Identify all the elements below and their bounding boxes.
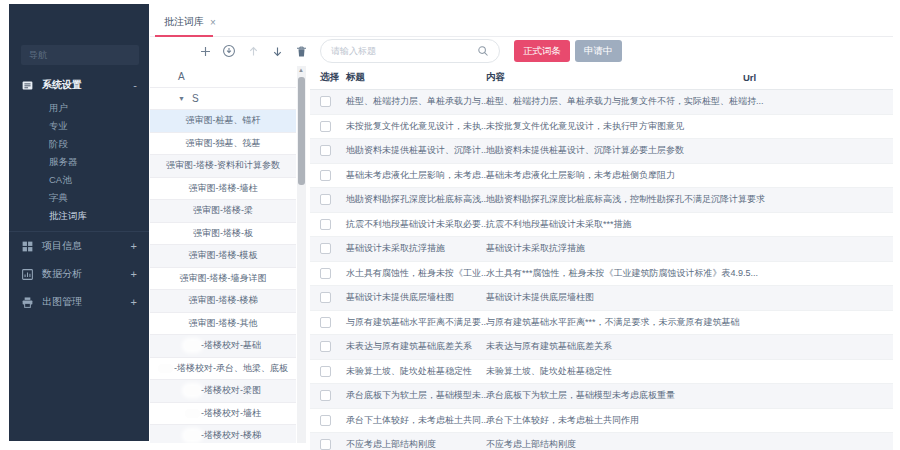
delete-icon[interactable] — [294, 43, 308, 59]
row-checkbox[interactable] — [320, 390, 331, 401]
table-row[interactable]: 承台下土体较好，未考虑桩土共同...承台下土体较好，未考虑桩土共同作用 — [310, 409, 893, 434]
sidebar-item[interactable]: 服务器 — [9, 153, 149, 171]
sidebar-item[interactable]: 批注词库 — [9, 207, 149, 225]
row-checkbox-cell — [310, 415, 346, 426]
row-checkbox[interactable] — [320, 317, 331, 328]
category-item[interactable]: -塔楼校对-承台、地梁、底板 — [150, 358, 296, 381]
table-row[interactable]: 基础设计未采取抗浮措施基础设计未采取抗浮措施 — [310, 237, 893, 262]
sidebar-section-label: 项目信息 — [42, 239, 131, 253]
tab-annotation-lexicon[interactable]: 批注词库 × — [164, 15, 216, 29]
sidebar-item[interactable]: 专业 — [9, 117, 149, 135]
scroll-up-icon[interactable]: ▲ — [298, 67, 304, 73]
category-item[interactable]: 强审图-塔楼-墙柱 — [150, 178, 296, 201]
row-checkbox[interactable] — [320, 415, 331, 426]
sidebar-item[interactable]: 字典 — [9, 189, 149, 207]
category-item[interactable]: -塔楼校对-墙柱 — [150, 403, 296, 426]
sidebar-item[interactable]: 阶段 — [9, 135, 149, 153]
search-icon[interactable] — [477, 45, 489, 57]
category-item-label: -塔楼校对-楼梯 — [201, 430, 261, 441]
sidebar-section-system-settings[interactable]: 系统设置 - — [9, 74, 149, 96]
row-checkbox[interactable] — [320, 268, 331, 279]
table-row[interactable]: 未表达与原有建筑基础底差关系未表达与原有建筑基础底差关系 — [310, 335, 893, 360]
search-input[interactable]: 请输入标题 — [320, 39, 500, 63]
row-checkbox[interactable] — [320, 121, 331, 132]
category-item[interactable]: -塔楼校对-基础 — [150, 335, 296, 358]
table-row[interactable]: 承台底板下为软土层，基础模型未...承台底板下为软土层，基础模型未考虑底板重量 — [310, 384, 893, 409]
collapse-icon[interactable]: - — [133, 79, 137, 91]
sidebar-section-print-manage[interactable]: 出图管理 + — [9, 288, 149, 316]
blurred-text — [185, 431, 200, 440]
sidebar: 导航 系统设置 - 用户专业阶段服务器CA池字典批注词库 项目信息 + 数据分析… — [9, 4, 149, 441]
header-content: 内容 — [486, 71, 743, 84]
row-content: 基础设计未采取抗浮措施 — [486, 242, 743, 255]
system-settings-icon — [21, 79, 34, 92]
table-row[interactable]: 基础设计未提供底层墙柱图基础设计未提供底层墙柱图 — [310, 286, 893, 311]
category-group-S[interactable]: ▼S — [150, 88, 296, 110]
official-terms-button[interactable]: 正式词条 — [514, 40, 570, 62]
scrollbar-thumb[interactable] — [298, 77, 305, 185]
row-checkbox-cell — [310, 243, 346, 254]
sidebar-item[interactable]: CA池 — [9, 171, 149, 189]
row-checkbox[interactable] — [320, 292, 331, 303]
row-checkbox[interactable] — [320, 170, 331, 181]
sidebar-section-data-analysis[interactable]: 数据分析 + — [9, 260, 149, 288]
category-item[interactable]: 强审图-塔楼-楼梯 — [150, 290, 296, 313]
category-item[interactable]: 强审图-独基、筏基 — [150, 133, 296, 156]
import-icon[interactable] — [222, 43, 236, 59]
row-content: 不应考虑上部结构刚度 — [486, 438, 743, 450]
row-checkbox-cell — [310, 341, 346, 352]
row-checkbox[interactable] — [320, 341, 331, 352]
row-checkbox-cell — [310, 317, 346, 328]
row-checkbox[interactable] — [320, 366, 331, 377]
row-title: 承台下土体较好，未考虑桩土共同... — [346, 414, 486, 427]
category-item[interactable]: -塔楼校对-楼梯 — [150, 425, 296, 443]
category-item[interactable]: 强审图-塔楼-板 — [150, 223, 296, 246]
applying-button[interactable]: 申请中 — [575, 40, 622, 62]
table-row[interactable]: 不应考虑上部结构刚度不应考虑上部结构刚度 — [310, 433, 893, 450]
category-item[interactable]: 强审图-塔楼-其他 — [150, 313, 296, 336]
row-checkbox[interactable] — [320, 96, 331, 107]
table-header-row: 选择 标题 内容 Url — [310, 66, 893, 90]
category-item[interactable]: 强审图-塔楼-梁 — [150, 200, 296, 223]
category-item[interactable]: 强审图-塔楼-模板 — [150, 245, 296, 268]
table-row[interactable]: 未验算土坡、陡坎处桩基稳定性未验算土坡、陡坎处桩基稳定性 — [310, 360, 893, 385]
category-item[interactable]: -塔楼校对-梁图 — [150, 380, 296, 403]
table-row[interactable]: 未按批复文件优化意见设计，未执...未按批复文件优化意见设计，未执行甲方审图意见 — [310, 115, 893, 140]
table-row[interactable]: 抗震不利地段基础设计未采取必要...抗震不利地段基础设计未采取***措施 — [310, 213, 893, 238]
move-up-icon[interactable] — [246, 43, 260, 59]
blurred-text — [185, 386, 200, 395]
category-item[interactable]: 强审图-塔楼-资料和计算参数 — [150, 155, 296, 178]
expand-icon[interactable]: + — [131, 268, 137, 280]
blurred-text — [185, 341, 200, 350]
table-row[interactable]: 桩型、桩端持力层、单桩承载力与...桩型、桩端持力层、单桩承载力与批复文件不符，… — [310, 90, 893, 115]
table-row[interactable]: 基础未考虑液化土层影响，未考虑...基础未考虑液化土层影响，未考虑桩侧负摩阻力 — [310, 164, 893, 189]
sidebar-section-project-info[interactable]: 项目信息 + — [9, 232, 149, 260]
blurred-text — [158, 364, 173, 373]
category-group-A[interactable]: A — [150, 66, 296, 88]
row-checkbox[interactable] — [320, 439, 331, 450]
row-checkbox-cell — [310, 121, 346, 132]
category-scrollbar[interactable]: ▲ — [297, 66, 306, 443]
row-checkbox[interactable] — [320, 194, 331, 205]
row-checkbox[interactable] — [320, 243, 331, 254]
expand-icon[interactable]: + — [131, 240, 137, 252]
expand-icon[interactable]: + — [131, 296, 137, 308]
row-title: 未验算土坡、陡坎处桩基稳定性 — [346, 365, 486, 378]
caret-down-icon[interactable]: ▼ — [178, 95, 185, 102]
row-checkbox[interactable] — [320, 145, 331, 156]
category-item[interactable]: 强审图-桩基、锚杆 — [150, 110, 296, 133]
move-down-icon[interactable] — [270, 43, 284, 59]
sidebar-nav-input[interactable]: 导航 — [21, 45, 139, 65]
table-row[interactable]: 水土具有腐蚀性，桩身未按《工业...水土具有***腐蚀性，桩身未按《工业建筑防腐… — [310, 262, 893, 287]
add-icon[interactable] — [198, 43, 212, 59]
category-item-label: -塔楼校对-墙柱 — [201, 408, 261, 419]
table-row[interactable]: 地勘资料未提供桩基设计、沉降计...地勘资料未提供桩基设计、沉降计算必要土层参数 — [310, 139, 893, 164]
row-checkbox-cell — [310, 170, 346, 181]
row-checkbox[interactable] — [320, 219, 331, 230]
sidebar-item[interactable]: 用户 — [9, 99, 149, 117]
tab-close-icon[interactable]: × — [210, 17, 216, 28]
table-row[interactable]: 与原有建筑基础水平距离不满足要...与原有建筑基础水平距离***，不满足要求，未… — [310, 311, 893, 336]
table-row[interactable]: 地勘资料勘探孔深度比桩底标高浅...地勘资料勘探孔深度比桩底标高浅，控制性勘探孔… — [310, 188, 893, 213]
category-item[interactable]: 强审图-塔楼-墙身详图 — [150, 268, 296, 291]
row-title: 未按批复文件优化意见设计，未执... — [346, 120, 486, 133]
